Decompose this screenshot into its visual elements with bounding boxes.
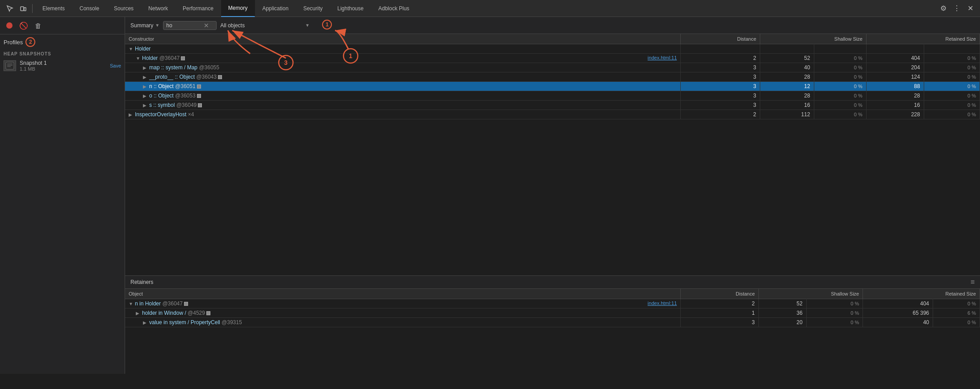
summary-label: Summary	[130, 22, 153, 29]
expand-icon[interactable]: ▶	[143, 103, 147, 108]
object-name: __proto__ :: Object	[149, 74, 196, 80]
retainers-options-icon[interactable]: ≡	[971, 278, 975, 286]
source-link[interactable]: index.html:11	[648, 300, 677, 306]
expand-icon[interactable]: ▶	[143, 65, 147, 70]
shallow-size-cell: 52	[758, 299, 806, 309]
device-toolbar-icon[interactable]	[17, 2, 29, 15]
expand-icon[interactable]: ▶	[143, 75, 147, 80]
expand-icon[interactable]: ▼	[129, 47, 133, 51]
retained-pct-cell	[924, 44, 980, 54]
object-name: value in system / PropertyCell	[149, 319, 222, 326]
object-name: holder in Window /	[142, 310, 188, 316]
constructor-cell: ▶InspectorOverlayHost ×4	[125, 110, 681, 119]
filter-input-container[interactable]: ✕	[163, 21, 217, 30]
snapshot-size: 1.1 MB	[20, 66, 106, 72]
object-id: ×4	[188, 111, 194, 118]
record-button[interactable]	[4, 20, 15, 31]
tab-memory[interactable]: Memory	[221, 0, 255, 17]
shallow-pct-cell: 0 %	[806, 299, 863, 309]
table-row[interactable]: ▶InspectorOverlayHost ×421120 %2280 %	[125, 110, 980, 119]
table-row[interactable]: ▶n :: Object @360513120 %880 %	[125, 82, 980, 91]
ret-col-retained[interactable]: Retained Size	[863, 289, 980, 299]
retained-pct-cell: 0 %	[924, 63, 980, 72]
tab-security[interactable]: Security	[296, 0, 330, 17]
constructor-cell: ▶s :: symbol @36049	[125, 101, 681, 110]
shallow-pct-cell: 0 %	[814, 101, 866, 110]
sidebar: 🚫 🗑 Profiles 2 HEAP SNAPSHOTS Snapshot 1…	[0, 17, 125, 374]
ret-col-object[interactable]: Object	[125, 289, 681, 299]
inspect-element-icon[interactable]	[4, 2, 16, 15]
distance-cell: 3	[681, 72, 760, 82]
table-row[interactable]: ▶o :: Object @360533280 %280 %	[125, 91, 980, 101]
summary-dropdown[interactable]: Summary ▼	[130, 22, 159, 29]
ret-col-distance[interactable]: Distance	[681, 289, 759, 299]
objects-dropdown[interactable]: All objects ▼	[220, 22, 310, 29]
tab-network[interactable]: Network	[141, 0, 176, 17]
tab-application[interactable]: Application	[255, 0, 296, 17]
all-objects-label: All objects	[220, 22, 245, 29]
source-link[interactable]: index.html:11	[648, 55, 677, 60]
object-id: @36043	[196, 74, 217, 80]
memory-indicator-icon	[197, 85, 201, 89]
table-row[interactable]: ▼Holder @36047index.html:112520 %4040 %	[125, 54, 980, 63]
snapshot-item[interactable]: Snapshot 1 1.1 MB Save	[0, 58, 125, 73]
object-id: @36051	[175, 83, 196, 89]
retained-size-cell: 404	[863, 299, 933, 309]
tab-sources[interactable]: Sources	[107, 0, 141, 17]
expand-icon[interactable]: ▶	[143, 93, 147, 98]
shallow-pct-cell: 0 %	[814, 82, 866, 91]
retainers-table-container[interactable]: Object Distance Shallow Size Retained Si…	[125, 289, 980, 374]
retained-size-cell: 204	[866, 63, 924, 72]
col-shallow-size[interactable]: Shallow Size	[760, 34, 867, 44]
shallow-size-cell: 52	[760, 54, 814, 63]
close-icon[interactable]: ✕	[964, 2, 976, 15]
filter-clear-icon[interactable]: ✕	[204, 22, 209, 29]
main-table-container[interactable]: Constructor Distance Shallow Size Retain…	[125, 34, 980, 275]
stop-recording-button[interactable]: 🚫	[18, 20, 29, 31]
more-options-icon[interactable]: ⋮	[951, 2, 963, 15]
table-row[interactable]: ▶holder in Window / @45291360 %65 3966 %	[125, 309, 980, 318]
svg-rect-0	[21, 7, 24, 11]
table-row[interactable]: ▼n in Holder @36047index.html:112520 %40…	[125, 299, 980, 309]
table-row[interactable]: ▶map :: system / Map @360553400 %2040 %	[125, 63, 980, 72]
svg-rect-1	[24, 8, 26, 11]
expand-icon[interactable]: ▶	[136, 311, 140, 316]
distance-cell: 1	[681, 309, 759, 318]
settings-icon[interactable]: ⚙	[937, 2, 950, 15]
retained-pct-cell: 0 %	[924, 91, 980, 101]
object-name: o :: Object	[149, 93, 175, 99]
col-retained-size[interactable]: Retained Size	[866, 34, 980, 44]
constructor-cell: ▶map :: system / Map @36055	[125, 63, 681, 72]
object-id: @36049	[176, 102, 197, 108]
object-id: @39315	[222, 319, 242, 326]
object-name: InspectorOverlayHost	[135, 111, 188, 118]
shallow-pct-cell: 0 %	[806, 318, 863, 327]
table-row[interactable]: ▶s :: symbol @360493160 %160 %	[125, 101, 980, 110]
table-row[interactable]: ▶value in system / PropertyCell @3931532…	[125, 318, 980, 327]
tab-lighthouse[interactable]: Lighthouse	[330, 0, 371, 17]
shallow-pct-cell: 0 %	[814, 63, 866, 72]
tab-console[interactable]: Console	[72, 0, 107, 17]
tab-elements[interactable]: Elements	[35, 0, 72, 17]
expand-icon[interactable]: ▼	[136, 56, 140, 61]
snapshot-save-link[interactable]: Save	[110, 63, 121, 68]
retained-size-cell	[866, 44, 924, 54]
table-row[interactable]: ▶__proto__ :: Object @360433280 %1240 %	[125, 72, 980, 82]
expand-icon[interactable]: ▶	[129, 112, 133, 117]
tab-performance[interactable]: Performance	[176, 0, 221, 17]
table-row[interactable]: ▼Holder	[125, 44, 980, 54]
ret-col-shallow[interactable]: Shallow Size	[758, 289, 863, 299]
expand-icon[interactable]: ▶	[143, 84, 147, 89]
col-constructor[interactable]: Constructor	[125, 34, 681, 44]
tab-adblock[interactable]: Adblock Plus	[371, 0, 417, 17]
snapshot-info: Snapshot 1 1.1 MB	[20, 60, 106, 72]
retained-pct-cell: 0 %	[924, 110, 980, 119]
expand-icon[interactable]: ▼	[129, 301, 133, 306]
content-toolbar: Summary ▼ ✕ All objects ▼ 1	[125, 17, 980, 34]
clear-all-button[interactable]: 🗑	[32, 20, 44, 31]
retained-pct-cell: 0 %	[924, 54, 980, 63]
expand-icon[interactable]: ▶	[143, 320, 147, 325]
filter-input[interactable]	[166, 22, 202, 29]
constructor-cell: ▼n in Holder @36047index.html:11	[125, 299, 681, 309]
col-distance[interactable]: Distance	[681, 34, 760, 44]
